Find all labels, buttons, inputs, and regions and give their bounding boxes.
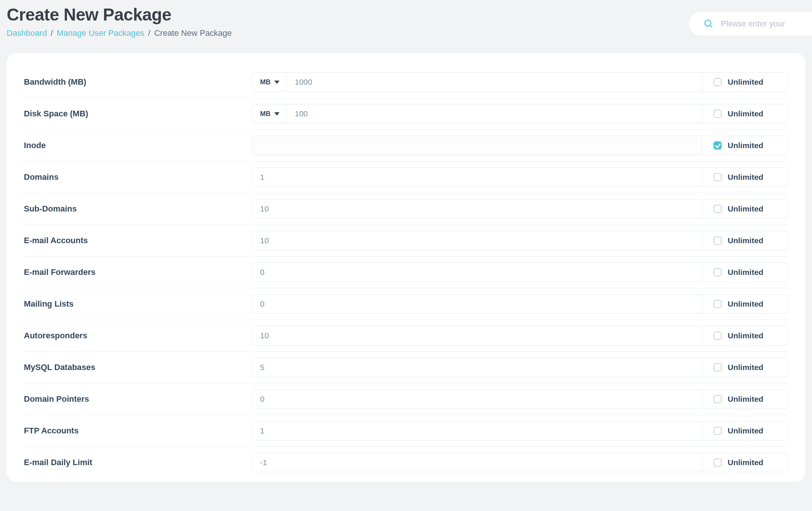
title-block: Create New Package Dashboard / Manage Us… — [7, 4, 232, 38]
unlimited-label: Unlimited — [728, 458, 763, 467]
unlimited-checkbox[interactable] — [713, 395, 722, 403]
form-card: Bandwidth (MB)MBUnlimitedDisk Space (MB)… — [7, 53, 805, 482]
unlimited-checkbox[interactable] — [713, 205, 722, 213]
row-controls: Unlimited — [252, 199, 788, 219]
row-controls: MBUnlimited — [252, 104, 788, 123]
unlimited-checkbox[interactable] — [713, 78, 722, 86]
svg-point-0 — [705, 20, 711, 26]
unlimited-label: Unlimited — [728, 363, 763, 372]
unlimited-box: Unlimited — [702, 421, 788, 441]
value-input[interactable] — [252, 389, 702, 409]
row-label: MySQL Databases — [24, 363, 252, 372]
search-box[interactable] — [689, 12, 812, 36]
unlimited-checkbox[interactable] — [713, 363, 722, 372]
value-input[interactable] — [286, 72, 702, 92]
row-label: Sub-Domains — [24, 204, 252, 214]
unlimited-checkbox[interactable] — [713, 427, 722, 435]
unlimited-box: Unlimited — [702, 294, 788, 314]
unlimited-checkbox[interactable] — [713, 268, 722, 276]
unlimited-box: Unlimited — [702, 358, 788, 377]
value-input[interactable] — [286, 104, 702, 123]
unlimited-box: Unlimited — [702, 167, 788, 187]
row-controls: Unlimited — [252, 136, 788, 155]
value-input[interactable] — [252, 167, 702, 187]
row-controls: Unlimited — [252, 231, 788, 250]
unlimited-label: Unlimited — [728, 331, 763, 340]
unlimited-box: Unlimited — [702, 231, 788, 250]
unlimited-label: Unlimited — [728, 204, 763, 213]
value-input[interactable] — [252, 199, 702, 219]
value-input[interactable] — [252, 326, 702, 345]
row-label: E-mail Accounts — [24, 236, 252, 245]
breadcrumb-dashboard-link[interactable]: Dashboard — [7, 28, 47, 38]
form-row: Mailing ListsUnlimited — [24, 288, 788, 320]
row-controls: Unlimited — [252, 294, 788, 314]
unlimited-box: Unlimited — [702, 104, 788, 123]
page-root: Create New Package Dashboard / Manage Us… — [0, 0, 812, 511]
row-controls: Unlimited — [252, 358, 788, 377]
unlimited-checkbox[interactable] — [713, 141, 722, 150]
row-controls: Unlimited — [252, 389, 788, 409]
value-input[interactable] — [252, 453, 702, 472]
value-input[interactable] — [252, 231, 702, 250]
unlimited-checkbox[interactable] — [713, 332, 722, 340]
value-input[interactable] — [252, 421, 702, 441]
unlimited-label: Unlimited — [728, 236, 763, 245]
page-header: Create New Package Dashboard / Manage Us… — [0, 0, 812, 38]
unlimited-checkbox[interactable] — [713, 300, 722, 308]
form-row: InodeUnlimited — [24, 130, 788, 162]
row-controls: Unlimited — [252, 421, 788, 441]
unlimited-box: Unlimited — [702, 136, 788, 155]
chevron-down-icon — [274, 81, 279, 84]
unlimited-label: Unlimited — [728, 78, 763, 87]
form-row: Domain PointersUnlimited — [24, 383, 788, 415]
breadcrumb: Dashboard / Manage User Packages / Creat… — [7, 28, 232, 38]
row-label: Bandwidth (MB) — [24, 77, 252, 87]
unlimited-label: Unlimited — [728, 268, 763, 277]
row-label: Mailing Lists — [24, 299, 252, 309]
row-label: Inode — [24, 141, 252, 150]
unlimited-label: Unlimited — [728, 426, 763, 435]
value-input[interactable] — [252, 136, 702, 155]
search-icon — [703, 18, 713, 30]
unlimited-checkbox[interactable] — [713, 236, 722, 245]
unit-select[interactable]: MB — [252, 104, 286, 123]
form-row: E-mail Daily LimitUnlimited — [24, 447, 788, 478]
search-input[interactable] — [721, 19, 803, 29]
unlimited-box: Unlimited — [702, 326, 788, 345]
unlimited-box: Unlimited — [702, 72, 788, 92]
breadcrumb-manage-link[interactable]: Manage User Packages — [57, 28, 144, 38]
value-input[interactable] — [252, 263, 702, 282]
form-row: Bandwidth (MB)MBUnlimited — [24, 66, 788, 98]
value-input[interactable] — [252, 294, 702, 314]
breadcrumb-sep: / — [148, 28, 150, 38]
unlimited-box: Unlimited — [702, 263, 788, 282]
unlimited-label: Unlimited — [728, 109, 763, 118]
value-input[interactable] — [252, 358, 702, 377]
unit-select[interactable]: MB — [252, 72, 286, 92]
page-title: Create New Package — [7, 4, 232, 25]
row-label: Domain Pointers — [24, 394, 252, 404]
unlimited-checkbox[interactable] — [713, 110, 722, 118]
unlimited-checkbox[interactable] — [713, 458, 722, 467]
unlimited-box: Unlimited — [702, 453, 788, 472]
breadcrumb-sep: / — [51, 28, 53, 38]
row-label: Autoresponders — [24, 331, 252, 341]
row-label: E-mail Forwarders — [24, 267, 252, 277]
row-controls: MBUnlimited — [252, 72, 788, 92]
row-label: E-mail Daily Limit — [24, 458, 252, 467]
form-row: Sub-DomainsUnlimited — [24, 193, 788, 225]
chevron-down-icon — [274, 112, 279, 116]
breadcrumb-current: Create New Package — [154, 28, 232, 38]
form-row: E-mail ForwardersUnlimited — [24, 257, 788, 288]
form-row: AutorespondersUnlimited — [24, 320, 788, 352]
unit-label: MB — [260, 78, 271, 86]
row-label: Disk Space (MB) — [24, 109, 252, 119]
unlimited-box: Unlimited — [702, 389, 788, 409]
unlimited-label: Unlimited — [728, 300, 763, 308]
form-row: E-mail AccountsUnlimited — [24, 225, 788, 257]
unlimited-box: Unlimited — [702, 199, 788, 219]
svg-line-1 — [710, 25, 712, 27]
form-row: FTP AccountsUnlimited — [24, 415, 788, 447]
unlimited-checkbox[interactable] — [713, 173, 722, 181]
